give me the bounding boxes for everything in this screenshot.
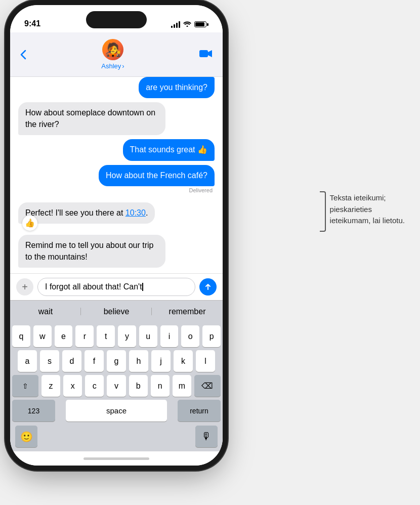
message-bubble-incoming: Remind me to tell you about our trip to …	[18, 235, 165, 268]
add-attachments-button[interactable]: +	[16, 278, 33, 296]
key-l[interactable]: l	[196, 350, 215, 372]
key-g[interactable]: g	[107, 350, 126, 372]
nav-header: 🧑‍🎤 Ashley ›	[10, 32, 223, 77]
predictive-word-2[interactable]: believe	[81, 307, 152, 316]
key-i[interactable]: i	[160, 325, 179, 347]
shift-key[interactable]: ⇧	[12, 375, 38, 397]
key-e[interactable]: e	[55, 325, 73, 347]
key-c[interactable]: c	[85, 375, 104, 397]
annotation-text: Teksta ieteikumi;pieskarietiesieteikumam…	[330, 187, 405, 227]
key-x[interactable]: x	[63, 375, 82, 397]
space-key[interactable]: space	[66, 400, 167, 422]
key-d[interactable]: d	[62, 350, 81, 372]
key-w[interactable]: w	[33, 325, 52, 347]
keyboard-row-2: a s d f g h j k l	[10, 347, 223, 372]
signal-icon	[171, 21, 180, 28]
key-a[interactable]: a	[18, 350, 37, 372]
reaction: 👍	[22, 216, 37, 231]
wifi-icon	[183, 20, 191, 28]
message-row: How about the French café? Delivered	[18, 165, 215, 193]
status-time: 9:41	[24, 19, 40, 28]
message-row: are you thinking?	[18, 77, 215, 98]
input-area: + I forgot all about that! Can't	[10, 273, 223, 300]
back-button[interactable]	[20, 50, 26, 60]
messages-area: are you thinking? How about someplace do…	[10, 77, 223, 273]
time-link[interactable]: 10:30	[125, 208, 146, 217]
contact-info[interactable]: 🧑‍🎤 Ashley ›	[101, 39, 124, 70]
key-h[interactable]: h	[129, 350, 148, 372]
message-bubble-incoming: How about someplace downtown on the rive…	[18, 102, 165, 135]
message-bubble-outgoing: How about the French café?	[99, 165, 215, 186]
plus-icon: +	[22, 281, 28, 293]
message-row: Remind me to tell you about our trip to …	[18, 235, 215, 268]
key-y[interactable]: y	[118, 325, 136, 347]
message-row: How about someplace downtown on the rive…	[18, 102, 215, 135]
battery-icon	[194, 21, 208, 27]
predictive-word-1[interactable]: wait	[10, 307, 81, 316]
avatar: 🧑‍🎤	[102, 39, 123, 60]
keyboard-row-3: ⇧ z x c v b n m ⌫	[10, 372, 223, 397]
delivered-status: Delivered	[189, 187, 215, 193]
home-indicator	[10, 451, 223, 466]
key-u[interactable]: u	[139, 325, 157, 347]
key-n[interactable]: n	[151, 375, 170, 397]
chevron-icon: ›	[122, 62, 124, 70]
home-bar	[83, 457, 149, 460]
avatar-emoji: 🧑‍🎤	[105, 42, 121, 58]
message-bubble-outgoing: are you thinking?	[139, 77, 215, 98]
predictive-text-bar: wait believe remember	[10, 300, 223, 322]
emoji-key[interactable]: 🙂	[15, 426, 37, 447]
key-v[interactable]: v	[107, 375, 125, 397]
key-k[interactable]: k	[174, 350, 193, 372]
message-row: Perfect! I'll see you there at 10:30. 👍	[18, 202, 215, 224]
key-q[interactable]: q	[12, 325, 30, 347]
keyboard: q w e r t y u i o p a s d f g	[10, 322, 223, 451]
svg-rect-0	[199, 50, 208, 57]
keyboard-extras-row: 🙂 🎙	[10, 424, 223, 451]
message-input[interactable]: I forgot all about that! Can't	[37, 278, 195, 296]
return-key[interactable]: return	[178, 400, 221, 422]
annotation: Teksta ieteikumi;pieskarietiesieteikumam…	[320, 187, 405, 232]
message-bubble-incoming: Perfect! I'll see you there at 10:30. 👍	[18, 202, 155, 224]
cursor	[142, 283, 143, 291]
key-f[interactable]: f	[85, 350, 104, 372]
key-o[interactable]: o	[181, 325, 199, 347]
numbers-key[interactable]: 123	[12, 400, 55, 422]
delete-key[interactable]: ⌫	[194, 375, 221, 397]
annotation-bracket	[320, 191, 326, 232]
predictive-word-3[interactable]: remember	[152, 307, 223, 316]
key-t[interactable]: t	[97, 325, 115, 347]
key-b[interactable]: b	[129, 375, 148, 397]
dynamic-island	[86, 11, 147, 28]
key-m[interactable]: m	[173, 375, 191, 397]
mic-key[interactable]: 🎙	[195, 426, 218, 447]
video-call-button[interactable]	[199, 48, 213, 61]
keyboard-row-1: q w e r t y u i o p	[10, 322, 223, 347]
message-bubble-outgoing: That sounds great 👍	[123, 139, 215, 160]
key-j[interactable]: j	[151, 350, 171, 372]
status-icons	[171, 20, 208, 28]
keyboard-bottom-row: 123 space return	[10, 397, 223, 424]
key-z[interactable]: z	[41, 375, 60, 397]
send-button[interactable]	[199, 278, 217, 296]
key-r[interactable]: r	[75, 325, 94, 347]
contact-name: Ashley	[101, 62, 121, 70]
key-p[interactable]: p	[202, 325, 221, 347]
message-row: That sounds great 👍	[18, 139, 215, 160]
key-s[interactable]: s	[40, 350, 59, 372]
